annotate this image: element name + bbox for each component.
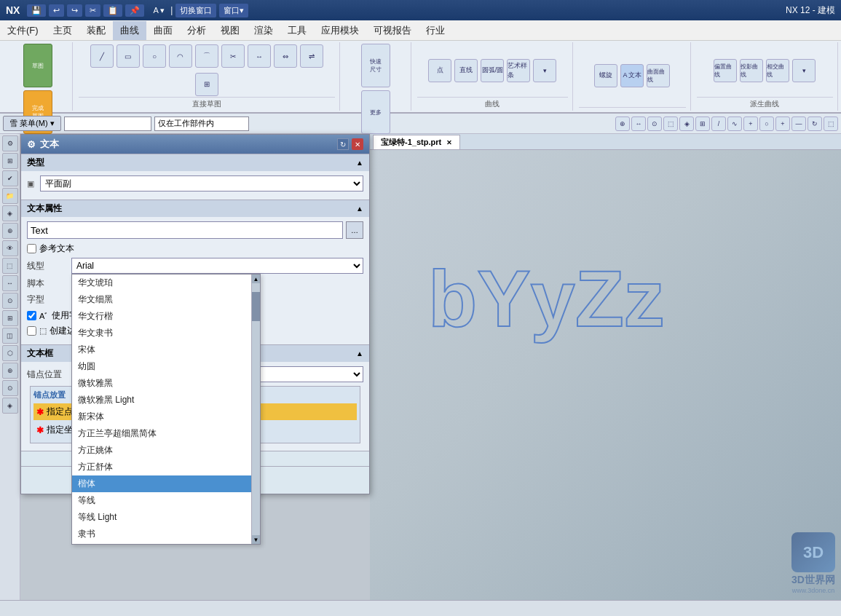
point-button[interactable]: 点 — [428, 59, 451, 82]
left-icon-12[interactable]: ⬡ — [2, 345, 18, 361]
dialog-refresh-btn[interactable]: ↻ — [337, 138, 349, 150]
left-icon-8[interactable]: ↔ — [2, 275, 18, 291]
offset-icon[interactable]: ⇔ — [274, 44, 297, 68]
dialog-settings-icon[interactable]: ⚙ — [27, 139, 36, 150]
scroll-down-btn[interactable]: ▼ — [252, 535, 260, 544]
font-item-8[interactable]: 新宋体 — [72, 408, 251, 425]
font-item-2[interactable]: 华文行楷 — [72, 308, 251, 325]
helix-button[interactable]: 螺旋 — [594, 64, 617, 87]
tb-icon-11[interactable]: + — [775, 117, 790, 131]
type-section-header[interactable]: 类型 ▲ — [21, 154, 369, 171]
tb-icon-2[interactable]: ↔ — [631, 117, 646, 131]
font-item-10[interactable]: 方正姚体 — [72, 442, 251, 459]
project-curve-button[interactable]: 投影曲线 — [740, 59, 763, 82]
search-input[interactable] — [64, 117, 151, 131]
font-item-15[interactable]: 隶书 — [72, 526, 251, 542]
left-icon-5[interactable]: ⊕ — [2, 223, 18, 239]
font-item-1[interactable]: 华文细黑 — [72, 291, 251, 308]
mirror-icon[interactable]: ⇌ — [300, 44, 323, 68]
left-icon-1[interactable]: ⊞ — [2, 153, 18, 169]
left-icon-2[interactable]: ✔ — [2, 170, 18, 186]
text-input-browse-btn[interactable]: … — [346, 221, 363, 239]
type-select[interactable]: 平面副 在面上 在曲线上 — [40, 175, 363, 191]
text-props-section-header[interactable]: 文本属性 ▲ — [21, 200, 369, 217]
more-button[interactable]: 更多 — [361, 90, 390, 134]
surface-curve-button[interactable]: 曲面曲线 — [647, 64, 670, 87]
left-icon-3[interactable]: 📁 — [2, 188, 18, 204]
left-icon-13[interactable]: ⊕ — [2, 363, 18, 379]
snow-menu-button[interactable]: 雪 菜单(M) ▾ — [3, 116, 61, 131]
save-button[interactable]: 💾 — [27, 4, 46, 17]
pattern-icon[interactable]: ⊞ — [195, 73, 218, 96]
extend-icon[interactable]: ↔ — [248, 44, 271, 68]
paste-button[interactable]: 📌 — [125, 4, 144, 17]
text-input-field[interactable]: Text — [27, 221, 343, 239]
left-icon-6[interactable]: 👁 — [2, 240, 18, 256]
left-icon-7[interactable]: ⬚ — [2, 258, 18, 274]
copy-button[interactable]: 📋 — [103, 4, 122, 17]
text-button[interactable]: A 文本 — [620, 64, 644, 87]
left-icon-4[interactable]: ◈ — [2, 205, 18, 221]
tb-icon-7[interactable]: / — [711, 117, 726, 131]
tb-icon-9[interactable]: + — [743, 117, 758, 131]
menu-analysis[interactable]: 分析 — [180, 21, 213, 40]
menu-tools[interactable]: 工具 — [280, 21, 314, 40]
sketch-button[interactable]: 草图 — [23, 44, 52, 87]
tab-main[interactable]: 宝绿特-1_stp.prt ✕ — [373, 135, 460, 149]
menu-report[interactable]: 可视报告 — [366, 21, 419, 40]
font-select[interactable]: Arial — [71, 258, 363, 274]
quick-dim-button[interactable]: 快速尺寸 — [361, 44, 390, 87]
menu-home[interactable]: 主页 — [46, 21, 79, 40]
font-item-13[interactable]: 等线 — [72, 492, 251, 509]
tb-icon-5[interactable]: ◈ — [679, 117, 694, 131]
filter-select[interactable]: 仅在工作部件内 — [154, 117, 249, 131]
dialog-close-btn[interactable]: ✕ — [352, 138, 363, 150]
line-icon[interactable]: ╱ — [90, 44, 114, 68]
left-icon-settings[interactable]: ⚙ — [2, 135, 18, 151]
font-item-14[interactable]: 等线 Light — [72, 509, 251, 526]
font-item-16[interactable]: 黑体 — [72, 542, 251, 544]
scroll-up-btn[interactable]: ▲ — [252, 275, 260, 283]
tb-icon-3[interactable]: ⊙ — [647, 117, 662, 131]
frame-checkbox[interactable] — [27, 326, 36, 336]
tb-icon-1[interactable]: ⊕ — [615, 117, 630, 131]
font-scrollbar[interactable]: ▲ ▼ — [251, 275, 260, 544]
rect-icon[interactable]: ▭ — [117, 44, 140, 68]
font-item-0[interactable]: 华文琥珀 — [72, 275, 251, 291]
font-item-12[interactable]: 楷体 — [72, 475, 251, 492]
tb-icon-13[interactable]: ↻ — [808, 117, 822, 131]
left-icon-15[interactable]: ◈ — [2, 398, 18, 414]
intersect-curve-button[interactable]: 相交曲线 — [766, 59, 789, 82]
font-item-6[interactable]: 微软雅黑 — [72, 375, 251, 392]
fillet-icon[interactable]: ⌒ — [195, 44, 218, 68]
menu-curve[interactable]: 曲线 — [113, 21, 146, 40]
ref-text-checkbox[interactable] — [27, 244, 36, 253]
left-icon-10[interactable]: ⊞ — [2, 310, 18, 326]
more3-button[interactable]: ▾ — [792, 59, 816, 82]
font-item-7[interactable]: 微软雅黑 Light — [72, 392, 251, 408]
menu-view[interactable]: 视图 — [213, 21, 247, 40]
tb-icon-8[interactable]: ∿ — [727, 117, 742, 131]
window-switch-button[interactable]: 切换窗口 — [175, 4, 216, 17]
offset-curve-button[interactable]: 偏置曲线 — [714, 59, 737, 82]
menu-render[interactable]: 渲染 — [247, 21, 280, 40]
trim-icon[interactable]: ✂ — [221, 44, 245, 68]
tb-icon-4[interactable]: ⬚ — [663, 117, 678, 131]
left-icon-14[interactable]: ⊙ — [2, 380, 18, 396]
left-icon-9[interactable]: ⊙ — [2, 293, 18, 309]
arccircle-button[interactable]: 圆弧/圆 — [481, 59, 504, 82]
window-button[interactable]: 窗口▾ — [219, 4, 248, 17]
more2-button[interactable]: ▾ — [533, 59, 556, 82]
menu-modules[interactable]: 应用模块 — [314, 21, 366, 40]
circle-icon[interactable]: ○ — [143, 44, 166, 68]
tb-icon-6[interactable]: ⊞ — [695, 117, 710, 131]
arc-icon[interactable]: ◠ — [169, 44, 192, 68]
cut-button[interactable]: ✂ — [85, 4, 100, 17]
font-item-4[interactable]: 宋体 — [72, 341, 251, 358]
font-item-11[interactable]: 方正舒体 — [72, 459, 251, 475]
menu-file[interactable]: 文件(F) — [0, 21, 46, 40]
kerning-checkbox[interactable] — [27, 311, 36, 320]
font-item-3[interactable]: 华文隶书 — [72, 325, 251, 341]
font-item-9[interactable]: 方正兰亭超细黑简体 — [72, 425, 251, 442]
line-button[interactable]: 直线 — [454, 59, 478, 82]
